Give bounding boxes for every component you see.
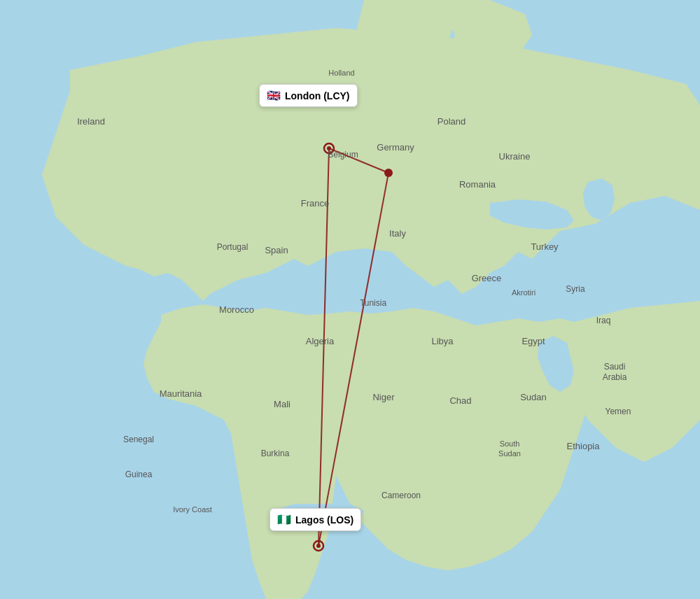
label-belgium: Belgium	[328, 150, 358, 160]
label-saudi2: Arabia	[603, 372, 627, 382]
lagos-label: 🇳🇬 Lagos (LOS)	[270, 508, 361, 531]
label-ssud2: Sudan	[498, 449, 521, 458]
label-guinea: Guinea	[125, 470, 153, 479]
map-container: Ireland Belgium France Germany Poland Uk…	[0, 0, 700, 599]
label-cameroon: Cameroon	[382, 491, 421, 500]
label-algeria: Algeria	[306, 336, 335, 346]
label-ukraine: Ukraine	[499, 151, 531, 162]
label-italy: Italy	[389, 228, 406, 239]
label-iraq: Iraq	[596, 316, 611, 325]
label-ireland: Ireland	[77, 116, 105, 127]
london-label-text: London (LCY)	[285, 90, 350, 101]
label-france: France	[301, 198, 329, 209]
label-chad: Chad	[449, 395, 471, 406]
label-poland: Poland	[438, 116, 465, 127]
label-spain: Spain	[265, 245, 288, 255]
label-romania: Romania	[459, 179, 496, 190]
label-egypt: Egypt	[522, 336, 545, 346]
label-niger: Niger	[372, 392, 395, 402]
label-holland: Holland	[328, 69, 354, 77]
label-akrotiri: Akrotiri	[512, 288, 536, 297]
label-morocco: Morocco	[219, 304, 254, 315]
label-libya: Libya	[431, 336, 454, 346]
label-ethiopia: Ethiopia	[567, 441, 601, 451]
label-mali: Mali	[274, 399, 290, 409]
uk-flag: 🇬🇧	[267, 89, 281, 102]
label-tunisia: Tunisia	[360, 298, 387, 308]
svg-point-8	[316, 544, 321, 548]
label-portugal: Portugal	[217, 242, 248, 252]
lagos-label-text: Lagos (LOS)	[295, 514, 354, 526]
nigeria-flag: 🇳🇬	[277, 513, 291, 526]
label-yemen: Yemen	[606, 407, 631, 416]
svg-point-6	[384, 169, 393, 177]
label-turkey: Turkey	[531, 241, 559, 252]
label-saudi1: Saudi	[604, 362, 626, 372]
label-greece: Greece	[472, 273, 502, 283]
label-mauritania: Mauritania	[160, 388, 202, 399]
label-germany: Germany	[377, 142, 414, 153]
label-burkina: Burkina	[261, 449, 290, 458]
label-syria: Syria	[566, 284, 585, 294]
label-senegal: Senegal	[123, 435, 154, 444]
label-ssud1: South	[500, 439, 520, 448]
london-label: 🇬🇧 London (LCY)	[259, 84, 358, 107]
label-ivory: Ivory Coast	[173, 505, 212, 514]
label-sudan: Sudan	[520, 392, 547, 402]
